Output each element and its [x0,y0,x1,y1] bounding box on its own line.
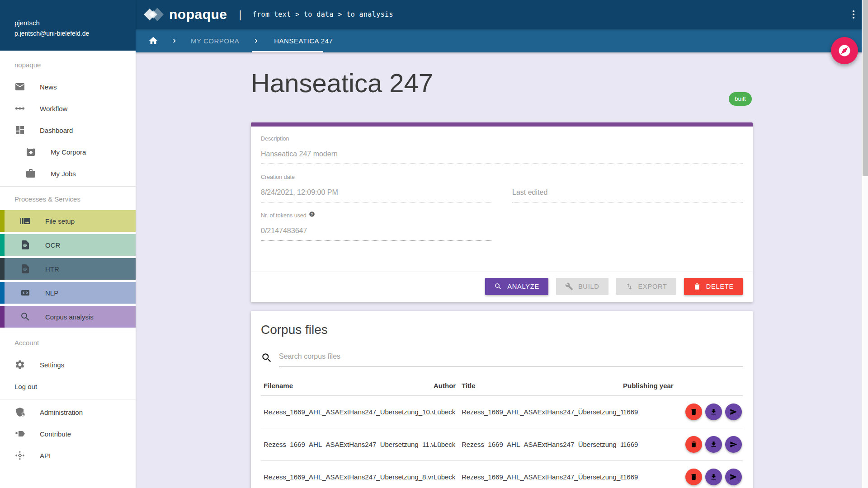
username: pjentsch [14,19,136,27]
description-field: Description Hanseatica 247 modern [261,136,743,164]
cell-title: Rezess_1669_AHL_ASAExtHans247_Übersetzun… [462,408,623,416]
delete-file-button[interactable] [685,404,702,420]
brand[interactable]: nopaque [144,5,227,23]
export-button: EXPORT [616,278,676,295]
sidebar-item-workflow[interactable]: Workflow [0,98,136,119]
sidebar-item-label: News [40,83,57,91]
delete-file-button[interactable] [685,469,702,485]
tokens-field: Nr. of tokens used 0/2147483647 [261,212,491,241]
download-file-button[interactable] [705,469,722,485]
scrollbar-track[interactable] [862,0,868,488]
sidebar-item-label: Log out [14,383,37,390]
sidebar-section-processes-services: Processes & Services [0,188,136,210]
divider [0,186,136,187]
download-file-button[interactable] [705,436,722,453]
table-row: Rezess_1669_AHL_ASAExtHans247_Ubersetzun… [261,428,743,461]
corpus-details-card: Description Hanseatica 247 modern Creati… [251,122,753,302]
explore-icon [838,44,851,57]
delete-file-button[interactable] [685,436,702,453]
gear-icon [14,359,25,370]
search-input[interactable] [279,350,743,366]
corpus-files-search [261,350,743,366]
cell-filename: Rezess_1669_AHL_ASAExtHans247_Ubersetzun… [261,473,434,481]
kebab-menu-icon[interactable] [850,9,857,20]
sidebar-item-label: API [40,452,51,460]
mail-icon [14,81,25,92]
trash-icon [690,473,698,481]
breadcrumb-my-corpora[interactable]: MY CORPORA [191,37,239,45]
sidebar-item-ocr[interactable]: OCR [0,234,136,256]
search-icon [20,311,31,322]
sidebar-item-label: NLP [45,289,58,297]
search-icon [494,282,502,291]
breadcrumb-current-corpus[interactable]: HANSEATICA 247 [274,37,333,45]
chevron-right-icon [171,37,179,45]
help-icon[interactable] [309,211,315,217]
tokens-label: Nr. of tokens used [261,212,491,219]
download-file-button[interactable] [705,404,722,420]
cell-year: 1669 [623,408,675,416]
sidebar-item-dashboard[interactable]: Dashboard [0,119,136,141]
cell-author: Lübeck [434,473,462,481]
active-tab-indicator [252,51,323,52]
download-icon [710,408,717,416]
divider [0,399,136,399]
sidebar-item-logout[interactable]: Log out [0,375,136,397]
sidebar-item-my-corpora[interactable]: My Corpora [0,141,136,163]
column-header-author: Author [434,382,462,389]
column-header-filename: Filename [261,382,434,389]
export-button-label: EXPORT [638,283,667,290]
download-icon [710,473,717,481]
sidebar-item-htr[interactable]: HTR [0,258,136,280]
sidebar-item-api[interactable]: API [0,445,136,466]
creation-date-field: Creation date 8/24/2021, 12:09:00 PM [261,174,491,202]
navbar-tagline: from text > to data > to analysis [253,10,393,19]
sidebar-item-administration[interactable]: Administration [0,401,136,423]
user-email: p.jentsch@uni-bielefeld.de [14,30,136,37]
build-button: BUILD [556,278,609,295]
trash-icon [690,441,698,448]
trash-icon [693,282,701,291]
sidebar-item-contribute[interactable]: Contribute [0,423,136,445]
breadcrumb: MY CORPORA HANSEATICA 247 [136,29,868,52]
download-icon [710,441,717,448]
sidebar-item-settings[interactable]: Settings [0,354,136,375]
sidebar-item-nlp[interactable]: NLP [0,282,136,304]
import-export-icon [625,282,633,291]
sidebar-item-my-jobs[interactable]: My Jobs [0,163,136,184]
cell-author: Lübeck [434,408,462,416]
sidebar-item-news[interactable]: News [0,76,136,98]
corpus-files-table: Filename Author Title Publishing year Re… [261,375,743,488]
find-in-page-icon [20,239,31,250]
explore-fab-button[interactable] [831,37,858,64]
card-action-bar: ANALYZE BUILD EXPORT DELETE [251,272,753,302]
delete-button[interactable]: DELETE [684,278,743,295]
sidebar-item-corpus-analysis[interactable]: Corpus analysis [0,306,136,328]
sidebar-item-file-setup[interactable]: File setup [0,210,136,232]
sidebar-item-label: Corpus analysis [45,313,94,321]
sidebar-item-label: File setup [45,217,75,225]
send-file-button[interactable] [725,404,742,420]
trash-icon [690,408,698,416]
home-icon[interactable] [148,36,158,46]
sidebar-section-account: Account [0,332,136,354]
briefcase-icon [25,168,36,179]
analyze-button[interactable]: ANALYZE [485,278,548,295]
contribute-tag-icon [14,428,25,439]
search-icon [261,352,273,364]
sidebar: pjentsch p.jentsch@uni-bielefeld.de nopa… [0,0,136,488]
sidebar-item-label: Dashboard [40,127,73,134]
sidebar-item-label: Workflow [40,105,67,113]
workflow-icon [14,103,25,114]
creation-date-value: 8/24/2021, 12:09:00 PM [261,183,491,202]
tokens-label-text: Nr. of tokens used [261,212,307,219]
table-header-row: Filename Author Title Publishing year [261,375,743,396]
description-label: Description [261,136,743,142]
scrollbar-thumb[interactable] [863,0,868,176]
status-badge: built [729,92,752,106]
send-icon [730,473,737,481]
user-info: pjentsch p.jentsch@uni-bielefeld.de [0,0,136,51]
send-file-button[interactable] [725,469,742,485]
send-file-button[interactable] [725,436,742,453]
corpora-box-icon [25,146,36,157]
